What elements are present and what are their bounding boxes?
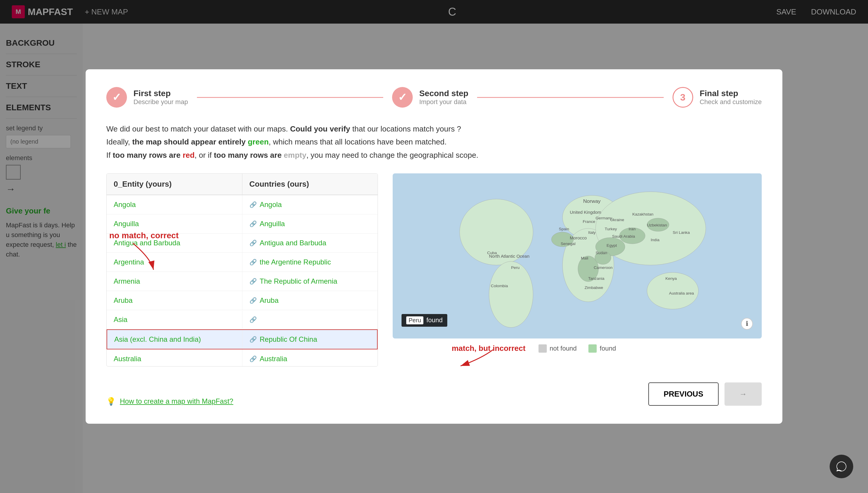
step-first: ✓ First step Describe your map — [106, 87, 188, 108]
country-cell: 🔗The Republic of Armenia — [242, 272, 378, 291]
description-text: We did our best to match your dataset wi… — [106, 122, 762, 162]
svg-text:Uzbekistan: Uzbekistan — [647, 223, 667, 227]
svg-text:Kenya: Kenya — [665, 276, 677, 281]
previous-button[interactable]: PREVIOUS — [648, 382, 719, 406]
col-country: Countries (ours) — [242, 174, 378, 195]
steps-bar: ✓ First step Describe your map ✓ Second … — [106, 87, 762, 108]
modal-overlay: ✓ First step Describe your map ✓ Second … — [0, 0, 868, 493]
step-final: 3 Final step Check and customize — [672, 87, 762, 108]
country-cell: 🔗Antigua and Barbuda — [242, 234, 378, 252]
table-row[interactable]: Anguilla🔗Anguilla — [106, 214, 378, 234]
table-row[interactable]: Angola🔗Angola — [106, 195, 378, 214]
svg-text:France: France — [583, 219, 596, 224]
entity-cell: Argentina — [106, 253, 242, 272]
country-cell: 🔗the Argentine Republic — [242, 253, 378, 272]
svg-point-5 — [489, 261, 533, 327]
country-name: Antigua and Barbuda — [260, 239, 326, 247]
link-icon: 🔗 — [249, 220, 257, 227]
svg-text:Sudan: Sudan — [596, 251, 607, 255]
table-row[interactable]: Antigua and Barbuda🔗Antigua and Barbuda — [106, 234, 378, 253]
map-info-button[interactable]: ℹ — [741, 318, 753, 330]
footer-buttons: PREVIOUS → — [648, 382, 762, 406]
how-to-link-text[interactable]: How to create a map with MapFast? — [120, 397, 233, 405]
entity-cell: Armenia — [106, 272, 242, 291]
tooltip-label: found — [426, 316, 443, 324]
step-final-circle: 3 — [672, 87, 693, 108]
next-button[interactable]: → — [725, 382, 762, 406]
step-first-text: First step Describe your map — [134, 89, 188, 106]
country-name: The Republic of Armenia — [260, 277, 338, 285]
svg-text:Kazakhstan: Kazakhstan — [632, 212, 653, 216]
entity-cell: Australia — [106, 349, 242, 366]
step-second-circle: ✓ — [392, 87, 413, 108]
table-row[interactable]: Asia (excl. China and India)🔗Republic Of… — [106, 329, 378, 349]
svg-text:Tanzania: Tanzania — [588, 276, 604, 281]
svg-text:Saudi Arabia: Saudi Arabia — [612, 234, 635, 238]
table-row[interactable]: Argentina🔗the Argentine Republic — [106, 253, 378, 272]
svg-text:Italy: Italy — [588, 230, 596, 235]
link-icon: 🔗 — [249, 297, 257, 304]
svg-text:Colombia: Colombia — [491, 284, 508, 288]
link-icon: 🔗 — [249, 316, 257, 323]
annotation-match-incorrect: match, but incorrect — [452, 344, 526, 353]
svg-text:Spain: Spain — [559, 227, 569, 231]
table-body[interactable]: Angola🔗AngolaAnguilla🔗AnguillaAntigua an… — [106, 195, 378, 366]
step-line-2 — [477, 97, 663, 98]
main-content: 0_Entity (yours) Countries (ours) Angola… — [106, 173, 762, 370]
country-cell: 🔗Angola — [242, 195, 378, 214]
table-row[interactable]: Australia🔗Australia — [106, 349, 378, 366]
country-cell: 🔗Aruba — [242, 291, 378, 310]
map-tooltip: Peru found — [402, 314, 447, 327]
col-entity: 0_Entity (yours) — [106, 174, 242, 195]
country-cell: 🔗Anguilla — [242, 214, 378, 233]
svg-text:Peru: Peru — [511, 265, 520, 270]
chat-icon — [835, 460, 847, 472]
svg-text:Cuba: Cuba — [487, 251, 497, 255]
country-name: Aruba — [260, 296, 279, 305]
svg-text:Ukraine: Ukraine — [610, 218, 624, 222]
chat-button[interactable] — [830, 455, 853, 478]
svg-text:Australia area: Australia area — [669, 291, 694, 295]
wizard-modal: ✓ First step Describe your map ✓ Second … — [86, 69, 782, 424]
country-name: Australia — [260, 355, 287, 363]
country-cell: 🔗 — [242, 311, 378, 328]
link-icon: 🔗 — [249, 239, 257, 246]
entity-cell: Aruba — [106, 291, 242, 310]
svg-text:Egypt: Egypt — [607, 243, 617, 248]
entity-cell: Anguilla — [106, 214, 242, 233]
link-icon: 🔗 — [249, 355, 257, 362]
entity-cell: Antigua and Barbuda — [106, 234, 242, 252]
svg-text:Germany: Germany — [596, 216, 612, 220]
entity-table: 0_Entity (yours) Countries (ours) Angola… — [106, 173, 378, 366]
step-second-text: Second step Import your data — [419, 89, 468, 106]
country-name: Angola — [260, 200, 282, 209]
svg-text:Sri Lanka: Sri Lanka — [673, 230, 690, 235]
svg-text:Morocco: Morocco — [570, 235, 587, 240]
country-name: Anguilla — [260, 220, 285, 228]
step-line-1 — [197, 97, 383, 98]
svg-text:Mali: Mali — [581, 256, 588, 260]
table-row[interactable]: Armenia🔗The Republic of Armenia — [106, 272, 378, 291]
link-icon: 🔗 — [249, 278, 257, 285]
link-icon: 🔗 — [249, 259, 257, 266]
country-name: Republic Of China — [260, 335, 317, 343]
entity-cell: Asia (excl. China and India) — [107, 330, 242, 349]
svg-text:India: India — [651, 238, 660, 242]
entity-cell: Angola — [106, 195, 242, 214]
step-second: ✓ Second step Import your data — [392, 87, 468, 108]
country-name: the Argentine Republic — [260, 258, 331, 266]
link-icon: 🔗 — [249, 201, 257, 208]
how-to-link[interactable]: 💡 How to create a map with MapFast? — [106, 397, 233, 406]
map-container: Norway United Kingdom France Germany Ukr… — [393, 173, 762, 339]
svg-text:Senegal: Senegal — [561, 241, 576, 245]
table-row[interactable]: Aruba🔗Aruba — [106, 291, 378, 310]
step-final-text: Final step Check and customize — [700, 89, 762, 106]
map-area: Norway United Kingdom France Germany Ukr… — [393, 173, 762, 370]
link-icon: 🔗 — [249, 336, 257, 343]
svg-text:Cameroon: Cameroon — [594, 265, 613, 270]
svg-text:Zimbabwe: Zimbabwe — [585, 285, 603, 290]
tooltip-country: Peru — [406, 316, 423, 324]
svg-text:Iran: Iran — [629, 227, 635, 231]
table-row[interactable]: Asia🔗 — [106, 310, 378, 329]
country-cell: 🔗Republic Of China — [242, 330, 377, 349]
